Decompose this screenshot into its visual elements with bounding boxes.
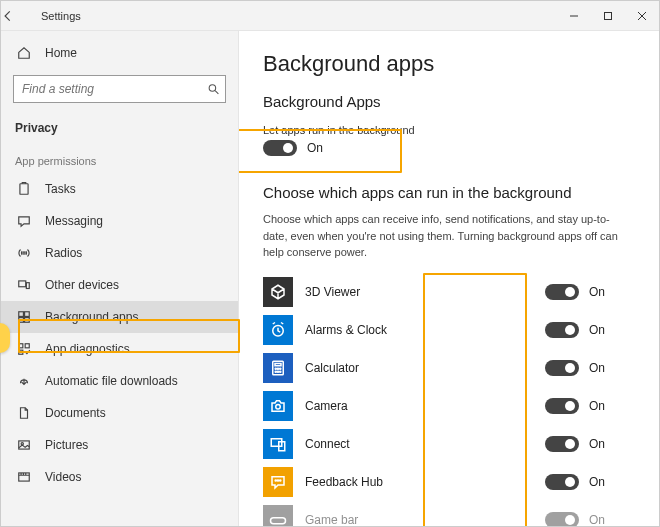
app-toggle-state: On	[589, 437, 605, 451]
sidebar: Home Privacy App permissions Tasks	[1, 31, 239, 526]
sidebar-item-label: Background apps	[45, 310, 138, 324]
section2-title: Choose which apps can run in the backgro…	[263, 184, 635, 201]
svg-rect-13	[25, 318, 30, 323]
app-toggle-camera[interactable]	[545, 398, 579, 414]
app-toggle-feedback[interactable]	[545, 474, 579, 490]
app-toggle-state: On	[589, 513, 605, 527]
svg-rect-11	[25, 312, 30, 317]
app-label: Calculator	[305, 361, 545, 375]
settings-window: Settings Home Pr	[0, 0, 660, 527]
section2-description: Choose which apps can receive info, send…	[263, 211, 623, 261]
maximize-button[interactable]	[591, 1, 625, 31]
app-toggle-state: On	[589, 399, 605, 413]
svg-rect-16	[19, 350, 23, 354]
search-icon	[207, 83, 220, 96]
app-icon-connect	[263, 429, 293, 459]
devices-icon	[15, 276, 33, 294]
window-title: Settings	[37, 10, 81, 22]
sidebar-item-other-devices[interactable]: Other devices	[1, 269, 238, 301]
svg-point-4	[209, 85, 216, 92]
sidebar-item-label: Documents	[45, 406, 106, 420]
page-title: Background apps	[263, 51, 635, 77]
download-icon	[15, 372, 33, 390]
back-button[interactable]	[1, 9, 37, 23]
svg-rect-10	[19, 312, 24, 317]
sidebar-item-background-apps[interactable]: Background apps	[1, 301, 238, 333]
app-toggle-state: On	[589, 361, 605, 375]
svg-point-29	[276, 404, 281, 409]
app-icon-feedback	[263, 467, 293, 497]
svg-point-23	[275, 368, 276, 369]
sidebar-item-label: Videos	[45, 470, 81, 484]
app-label: 3D Viewer	[305, 285, 545, 299]
svg-rect-9	[26, 283, 29, 289]
svg-rect-12	[19, 318, 24, 323]
svg-point-32	[275, 479, 276, 480]
sidebar-item-app-diagnostics[interactable]: App diagnostics	[1, 333, 238, 365]
svg-point-26	[275, 371, 276, 372]
sidebar-item-radios[interactable]: Radios	[1, 237, 238, 269]
app-label: Camera	[305, 399, 545, 413]
sidebar-item-label: Messaging	[45, 214, 103, 228]
app-row-camera: Camera On	[263, 387, 635, 425]
section-title: Background Apps	[263, 93, 635, 110]
app-toggle-game-bar[interactable]	[545, 512, 579, 527]
home-icon	[15, 44, 33, 62]
svg-point-24	[277, 368, 278, 369]
sidebar-item-label: Other devices	[45, 278, 119, 292]
app-icon-camera	[263, 391, 293, 421]
app-toggle-connect[interactable]	[545, 436, 579, 452]
minimize-button[interactable]	[557, 1, 591, 31]
app-icon-3d-viewer	[263, 277, 293, 307]
svg-rect-6	[20, 184, 28, 195]
sidebar-item-auto-downloads[interactable]: Automatic file downloads	[1, 365, 238, 397]
master-toggle[interactable]	[263, 140, 297, 156]
sidebar-item-label: Tasks	[45, 182, 76, 196]
sidebar-item-pictures[interactable]: Pictures	[1, 429, 238, 461]
svg-point-27	[277, 371, 278, 372]
sidebar-section-title: Privacy	[1, 113, 238, 141]
sidebar-item-videos[interactable]: Videos	[1, 461, 238, 493]
app-row-feedback: Feedback Hub On	[263, 463, 635, 501]
app-row-alarms: Alarms & Clock On	[263, 311, 635, 349]
documents-icon	[15, 404, 33, 422]
videos-icon	[15, 468, 33, 486]
svg-point-33	[277, 479, 278, 480]
app-label: Connect	[305, 437, 545, 451]
app-label: Game bar	[305, 513, 545, 527]
app-toggle-alarms[interactable]	[545, 322, 579, 338]
app-row-calculator: Calculator On	[263, 349, 635, 387]
app-label: Alarms & Clock	[305, 323, 545, 337]
app-list: 3D Viewer On Alarms & Clock On	[263, 273, 635, 527]
app-toggle-3d-viewer[interactable]	[545, 284, 579, 300]
svg-line-5	[215, 91, 218, 94]
sidebar-item-tasks[interactable]: Tasks	[1, 173, 238, 205]
svg-rect-1	[605, 12, 612, 19]
svg-rect-14	[19, 344, 23, 348]
sidebar-item-label: Automatic file downloads	[45, 374, 178, 388]
sidebar-item-label: App diagnostics	[45, 342, 130, 356]
svg-rect-22	[275, 363, 281, 365]
svg-point-7	[23, 252, 25, 254]
master-toggle-state: On	[307, 141, 323, 155]
diagnostics-icon	[15, 340, 33, 358]
svg-rect-8	[19, 281, 26, 287]
search-input[interactable]	[13, 75, 226, 103]
sidebar-item-documents[interactable]: Documents	[1, 397, 238, 429]
app-toggle-calculator[interactable]	[545, 360, 579, 376]
svg-point-28	[280, 371, 281, 372]
messaging-icon	[15, 212, 33, 230]
svg-point-25	[280, 368, 281, 369]
sidebar-home[interactable]: Home	[1, 37, 238, 69]
master-toggle-label: Let apps run in the background	[263, 124, 415, 136]
svg-point-34	[280, 479, 281, 480]
close-button[interactable]	[625, 1, 659, 31]
app-icon-game-bar	[263, 505, 293, 527]
main-panel: Background apps Background Apps Let apps…	[239, 31, 659, 526]
sidebar-group-label: App permissions	[1, 141, 238, 173]
sidebar-item-messaging[interactable]: Messaging	[1, 205, 238, 237]
app-icon-calculator	[263, 353, 293, 383]
pictures-icon	[15, 436, 33, 454]
radios-icon	[15, 244, 33, 262]
app-toggle-state: On	[589, 323, 605, 337]
